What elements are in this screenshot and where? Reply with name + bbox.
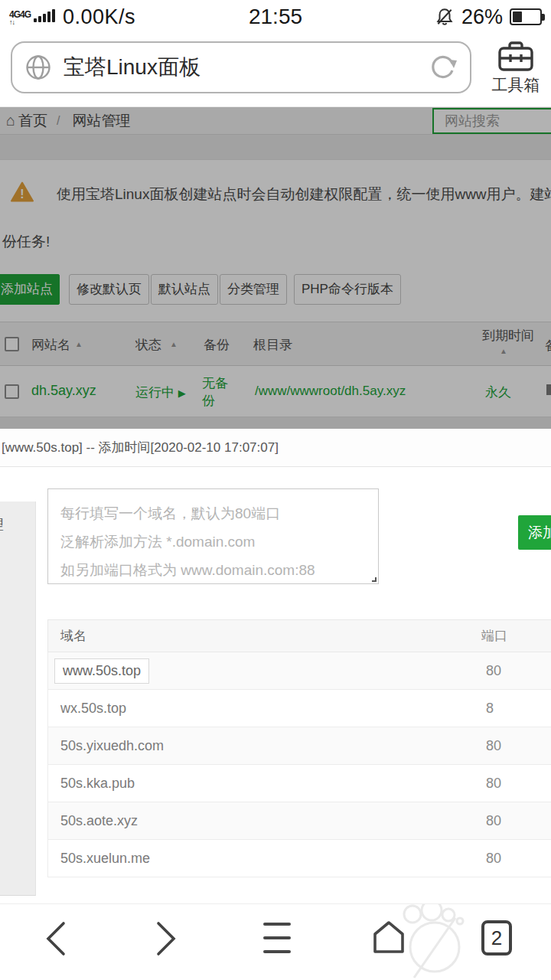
domain-port: 80 [486,776,501,792]
add-domain-button[interactable]: 添加 [518,515,551,550]
globe-icon [24,54,52,81]
tabs-button[interactable]: 2 [481,920,512,956]
breadcrumb-home-link[interactable]: 首页 [18,111,47,131]
domain-row[interactable]: 50s.aote.xyz 80 [47,802,551,840]
phone-screen: 4G4G ↑↓ 0.00K/s 21:55 26% [0,0,551,980]
domain-port: 80 [486,813,501,829]
dimmed-page-region: ⌂ 首页 / 网站管理 网站搜索 ! 使用宝塔Linux面板创建站点时会自动创建… [0,107,551,429]
domains-table-header: 域名 端口 [47,619,551,652]
domains-col-port: 端口 [481,627,507,645]
add-site-button[interactable]: 添加站点 [0,274,60,305]
domain-manage-modal: [www.50s.top] -- 添加时间[2020-02-10 17:07:0… [0,429,551,903]
row-partial-content [546,384,551,395]
sites-panel: ! 使用宝塔Linux面板创建站点时会自动创建权限配置，统一使用www用户。建站… [0,159,551,417]
modal-title: [www.50s.top] -- 添加时间[2020-02-10 17:07:0… [0,429,551,467]
domain-name: wx.50s.top [60,701,126,717]
col-backup: 备份 [204,336,230,354]
domains-table: 域名 端口 www.50s.top 80 wx.50s.top 8 50s.yi… [47,619,551,877]
side-menu-partial-text: 理 [0,515,4,534]
site-search-placeholder: 网站搜索 [445,112,500,130]
svg-text:!: ! [20,188,24,201]
domain-name: 50s.xuelun.me [60,851,150,867]
running-play-icon: ▶ [178,387,186,399]
domain-port: 80 [486,851,501,867]
site-backup-link[interactable]: 无备份 [202,374,236,410]
domain-input-placeholder: 如另加端口格式为 www.domain.com:88 [60,556,378,584]
site-expire[interactable]: 永久 [485,384,511,401]
domain-name: 50s.kka.pub [60,776,135,792]
default-site-button[interactable]: 默认站点 [151,274,218,305]
select-all-checkbox[interactable] [5,337,19,351]
sites-table-header: 网站名 ▲ 状态 ▲ 备份 根目录 到期时间 ▲ 备 [0,322,551,366]
battery-icon [510,8,542,25]
site-status[interactable]: 运行中 ▶ [135,384,186,401]
domain-row[interactable]: 50s.yixuedh.com 80 [47,727,551,765]
php-cli-version-button[interactable]: PHP命令行版本 [294,274,401,305]
battery-percent: 26% [461,5,503,29]
breadcrumb-separator: / [57,114,60,128]
domain-input-placeholder: 泛解析添加方法 *.domain.com [60,528,378,556]
status-bar: 4G4G ↑↓ 0.00K/s 21:55 26% [0,0,551,34]
site-name-link[interactable]: dh.5ay.xyz [31,383,96,399]
domain-port: 80 [486,663,501,679]
browser-watermark-icon [394,904,494,979]
refresh-icon[interactable] [429,53,458,82]
site-table-row: dh.5ay.xyz 运行中 ▶ 无备份 /www/wwwroot/dh.5ay… [0,366,551,417]
site-root-path[interactable]: /www/wwwroot/dh.5ay.xyz [255,384,406,399]
sort-asc-icon[interactable]: ▲ [500,347,507,355]
domain-row[interactable]: wx.50s.top 8 [47,690,551,727]
domain-input-placeholder: 每行填写一个域名，默认为80端口 [60,499,378,528]
domain-row[interactable]: www.50s.top 80 [47,652,551,690]
breadcrumb: ⌂ 首页 / 网站管理 [0,107,551,135]
sort-asc-icon[interactable]: ▲ [75,340,83,348]
menu-button[interactable] [263,923,291,964]
mute-bell-icon [435,7,455,27]
domain-row[interactable]: 50s.xuelun.me 80 [47,840,551,877]
domain-port: 80 [486,738,501,754]
browser-toolbar: 宝塔Linux面板 工具箱 [0,34,551,107]
domain-port: 8 [486,701,494,717]
address-bar[interactable]: 宝塔Linux面板 [11,41,471,93]
col-status[interactable]: 状态 [135,336,161,354]
modal-side-menu-partial: 理 [0,501,36,896]
row-checkbox[interactable] [5,384,19,399]
warning-icon: ! [11,181,34,202]
category-manage-button[interactable]: 分类管理 [220,274,287,305]
col-partial-next: 备 [545,337,551,354]
toolbox-label: 工具箱 [485,74,546,96]
site-search-input[interactable]: 网站搜索 [432,108,551,134]
modify-default-page-button[interactable]: 修改默认页 [69,274,149,305]
toolbox-briefcase-icon [485,38,546,74]
domain-row[interactable]: 50s.kka.pub 80 [47,765,551,802]
resize-handle[interactable] [372,577,377,582]
domains-col-name: 域名 [60,627,86,645]
domain-input[interactable]: 每行填写一个域名，默认为80端口 泛解析添加方法 *.domain.com 如另… [47,488,379,584]
col-root: 根目录 [253,336,292,354]
address-bar-title: 宝塔Linux面板 [64,53,429,82]
back-button[interactable] [46,921,66,956]
tab-count: 2 [491,926,502,949]
home-icon[interactable]: ⌂ [6,112,15,129]
breadcrumb-current: 网站管理 [73,111,131,131]
forward-button[interactable] [156,921,176,956]
col-name[interactable]: 网站名 [31,336,70,354]
domain-name: 50s.aote.xyz [60,813,138,829]
toolbox-button[interactable]: 工具箱 [485,38,546,96]
warning-text-line2: 份任务! [2,232,50,252]
browser-bottom-bar: 2 [0,903,551,980]
domain-name-tag[interactable]: www.50s.top [54,658,149,684]
sort-asc-icon[interactable]: ▲ [170,340,178,348]
col-expire[interactable]: 到期时间 [482,327,534,345]
domain-name: 50s.yixuedh.com [60,738,164,754]
home-button[interactable] [373,920,405,954]
warning-text-line1: 使用宝塔Linux面板创建站点时会自动创建权限配置，统一使用www用户。建站成功… [57,185,551,204]
